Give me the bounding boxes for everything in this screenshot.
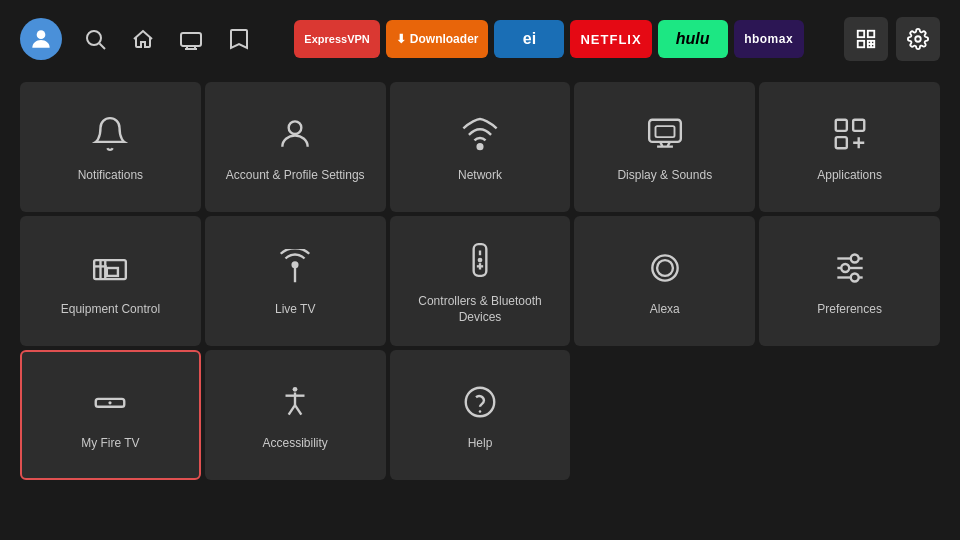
app-netflix[interactable]: NETFLIX — [570, 20, 651, 58]
account-profile-label: Account & Profile Settings — [218, 168, 373, 184]
sliders-icon — [826, 244, 874, 292]
notifications-label: Notifications — [70, 168, 151, 184]
downloader-label: Downloader — [410, 32, 479, 46]
grid-item-alexa[interactable]: Alexa — [574, 216, 755, 346]
svg-point-13 — [915, 36, 921, 42]
topbar: ExpressVPN ⬇ Downloader ei NETFLIX hulu … — [0, 0, 960, 78]
svg-line-2 — [100, 44, 106, 50]
hbomax-label: hbomax — [744, 32, 793, 46]
svg-rect-9 — [858, 41, 864, 47]
grid-item-account-profile[interactable]: Account & Profile Settings — [205, 82, 386, 212]
expressvpn-label: ExpressVPN — [304, 33, 369, 45]
display-sounds-label: Display & Sounds — [609, 168, 720, 184]
app-hbomax[interactable]: hbomax — [734, 20, 804, 58]
settings-grid: Notifications Account & Profile Settings… — [0, 78, 960, 490]
controllers-bluetooth-label: Controllers & Bluetooth Devices — [390, 294, 571, 325]
wifi-icon — [456, 110, 504, 158]
svg-point-40 — [850, 274, 858, 282]
svg-point-14 — [289, 122, 302, 135]
bell-icon — [86, 110, 134, 158]
applications-label: Applications — [809, 168, 890, 184]
apps-icon — [826, 110, 874, 158]
svg-point-34 — [657, 260, 673, 276]
grid-item-my-fire-tv[interactable]: My Fire TV — [20, 350, 201, 480]
search-icon[interactable] — [80, 24, 110, 54]
svg-rect-16 — [649, 120, 681, 142]
preferences-label: Preferences — [809, 302, 890, 318]
person-icon — [271, 110, 319, 158]
svg-point-15 — [478, 144, 483, 149]
svg-rect-19 — [853, 120, 864, 131]
accessibility-label: Accessibility — [255, 436, 336, 452]
tv-icon[interactable] — [176, 24, 206, 54]
grid-item-notifications[interactable]: Notifications — [20, 82, 201, 212]
grid-item-live-tv[interactable]: Live TV — [205, 216, 386, 346]
svg-point-43 — [293, 387, 298, 392]
svg-line-47 — [295, 405, 301, 415]
remote-icon — [456, 236, 504, 284]
svg-rect-3 — [181, 33, 201, 46]
netflix-label: NETFLIX — [580, 32, 641, 47]
avatar[interactable] — [20, 18, 62, 60]
svg-point-27 — [293, 263, 298, 268]
app-hulu[interactable]: hulu — [658, 20, 728, 58]
topbar-right — [844, 17, 940, 61]
alexa-icon — [641, 244, 689, 292]
svg-point-49 — [479, 410, 482, 413]
accessibility-icon — [271, 378, 319, 426]
help-icon — [456, 378, 504, 426]
app-downloader[interactable]: ⬇ Downloader — [386, 20, 489, 58]
app-expressvpn[interactable]: ExpressVPN — [294, 20, 379, 58]
svg-line-46 — [289, 405, 295, 415]
monitor-icon — [641, 110, 689, 158]
antenna-icon — [271, 244, 319, 292]
svg-point-36 — [850, 255, 858, 263]
equipment-control-label: Equipment Control — [53, 302, 168, 318]
home-icon[interactable] — [128, 24, 158, 54]
grid-item-equipment-control[interactable]: Equipment Control — [20, 216, 201, 346]
grid-item-controllers-bluetooth[interactable]: Controllers & Bluetooth Devices — [390, 216, 571, 346]
grid-item-applications[interactable]: Applications — [759, 82, 940, 212]
etv-label: ei — [523, 30, 536, 48]
live-tv-label: Live TV — [267, 302, 323, 318]
help-label: Help — [460, 436, 501, 452]
svg-rect-18 — [835, 120, 846, 131]
hulu-label: hulu — [676, 30, 710, 48]
grid-item-preferences[interactable]: Preferences — [759, 216, 940, 346]
svg-rect-8 — [868, 31, 874, 37]
svg-rect-20 — [835, 137, 846, 148]
topbar-left — [20, 18, 254, 60]
svg-rect-17 — [655, 126, 674, 137]
network-label: Network — [450, 168, 510, 184]
topbar-apps: ExpressVPN ⬇ Downloader ei NETFLIX hulu … — [264, 20, 834, 58]
add-apps-button[interactable] — [844, 17, 888, 61]
tv-equipment-icon — [86, 244, 134, 292]
svg-rect-24 — [107, 268, 118, 276]
bookmark-icon[interactable] — [224, 24, 254, 54]
app-etv[interactable]: ei — [494, 20, 564, 58]
grid-item-network[interactable]: Network — [390, 82, 571, 212]
svg-point-30 — [478, 258, 483, 263]
svg-point-0 — [37, 30, 46, 39]
svg-point-1 — [87, 31, 101, 45]
svg-point-42 — [109, 401, 112, 404]
settings-button[interactable] — [896, 17, 940, 61]
alexa-label: Alexa — [642, 302, 688, 318]
grid-item-accessibility[interactable]: Accessibility — [205, 350, 386, 480]
grid-item-display-sounds[interactable]: Display & Sounds — [574, 82, 755, 212]
my-fire-tv-label: My Fire TV — [73, 436, 147, 452]
svg-point-38 — [841, 264, 849, 272]
firetv-icon — [86, 378, 134, 426]
svg-rect-7 — [858, 31, 864, 37]
grid-item-help[interactable]: Help — [390, 350, 571, 480]
